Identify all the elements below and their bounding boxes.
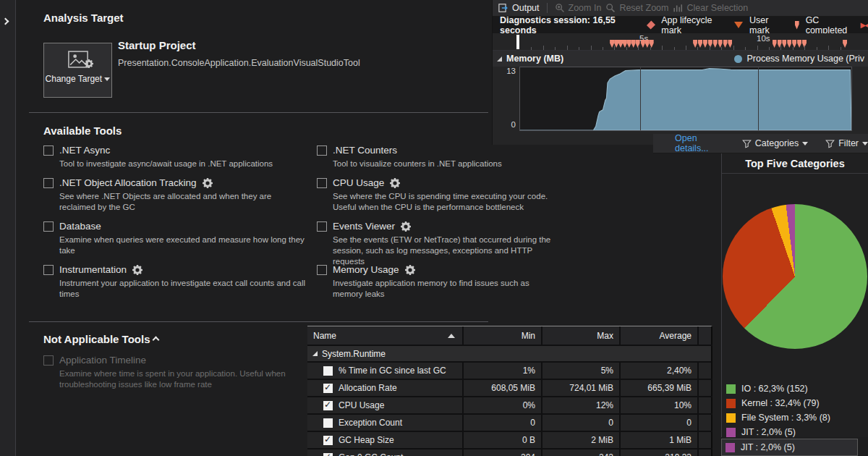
dotnet-counters-checkbox[interactable] (317, 145, 327, 156)
gc-completed-label: GC completed (806, 15, 856, 35)
legend-item-kernel: Kernel : 32,4% (79) (726, 398, 820, 408)
gc-completed-marker (843, 40, 847, 48)
memory-usage-checkbox[interactable] (317, 265, 327, 275)
reset-zoom-button[interactable]: Reset Zoom (605, 3, 668, 13)
sort-ascending-icon (448, 334, 455, 338)
tool-dotnet-counters: .NET Counters Tool to visualize counters… (317, 145, 559, 169)
tool-instrumentation: Instrumentation Instrument your applicat… (43, 264, 308, 300)
app-lifecycle-mark-label: App lifecycle mark (661, 15, 726, 35)
gridline-10s (758, 67, 759, 130)
column-header-min[interactable]: Min (464, 326, 542, 346)
settings-gear-icon[interactable] (390, 178, 400, 188)
timeline-ruler[interactable]: 5s 10s (493, 33, 868, 51)
tool-database: Database Examine when queries were execu… (43, 221, 308, 256)
table-row: Gen 0 GC Count 204 242 219,33 (307, 449, 711, 456)
group-row-system-runtime[interactable]: System.Runtime (307, 346, 711, 363)
instrumentation-checkbox[interactable] (43, 265, 54, 275)
jit-swatch (726, 428, 736, 437)
tool-dotnet-async: .NET Async Tool to investigate async/awa… (43, 145, 308, 169)
object-allocation-checkbox[interactable] (43, 178, 54, 188)
user-mark-label: User mark (749, 15, 786, 35)
settings-gear-icon[interactable] (401, 221, 411, 232)
section-divider (29, 321, 488, 322)
column-header-max[interactable]: Max (542, 326, 621, 346)
output-button[interactable]: Output (498, 3, 540, 13)
top-five-categories-panel: Top Five Categories IO : 62,3% (152) Ker… (721, 153, 868, 437)
memory-area-series (520, 67, 851, 130)
change-target-label: Change Target (44, 74, 111, 84)
not-applicable-heading[interactable]: Not Applicable Tools (43, 333, 158, 345)
gc-completed-marker (698, 40, 702, 48)
settings-gear-icon[interactable] (405, 265, 415, 275)
funnel-icon (825, 139, 835, 148)
ruler-tick-10s: 10s (757, 34, 770, 43)
change-target-button[interactable]: Change Target (43, 43, 112, 98)
row-checkbox[interactable] (323, 418, 333, 428)
table-header-row: Name Min Max Average (307, 326, 711, 346)
clear-selection-button[interactable]: Clear Selection (673, 3, 748, 13)
tool-application-timeline: Application Timeline Examine where time … (43, 355, 297, 390)
table-row: Exception Count 0 0 0 (307, 415, 711, 432)
zoom-in-button[interactable]: Zoom In (555, 3, 602, 13)
chevron-down-icon (104, 77, 110, 81)
output-icon (498, 3, 509, 13)
dotnet-async-checkbox[interactable] (43, 145, 54, 156)
chevron-down-icon (862, 142, 868, 145)
gc-completed-icon (795, 21, 799, 30)
gc-completed-marker (797, 40, 801, 48)
jit-swatch (726, 443, 735, 452)
session-duration: Diagnostics session: 16,55 seconds (500, 15, 635, 35)
expanded-triangle-icon[interactable] (312, 351, 318, 356)
expanded-triangle-icon[interactable] (497, 56, 502, 62)
categories-pie-chart (723, 204, 867, 349)
session-start-marker (516, 35, 519, 49)
memory-lane-title: Memory (MB) (506, 54, 563, 64)
settings-gear-icon[interactable] (203, 178, 213, 188)
events-viewer-checkbox[interactable] (317, 221, 327, 232)
row-checkbox[interactable] (323, 453, 333, 456)
memory-lane-header[interactable]: Memory (MB) Process Memory Usage (Priv (493, 51, 868, 67)
series-legend-label: Process Memory Usage (Priv (746, 54, 864, 64)
section-divider (29, 112, 488, 113)
expand-panel-icon[interactable] (2, 18, 9, 25)
kernel-swatch (726, 399, 736, 408)
cpu-usage-checkbox[interactable] (317, 178, 327, 188)
y-axis-max-label: 13 (494, 67, 516, 75)
filter-dropdown[interactable]: Filter (825, 138, 868, 148)
categories-dropdown[interactable]: Categories (742, 138, 808, 148)
app-lifecycle-mark-icon (647, 21, 655, 30)
memory-usage-chart[interactable] (519, 67, 852, 131)
series-legend-dot (734, 55, 742, 63)
y-axis-min-label: 0 (494, 120, 516, 129)
collapse-section-icon[interactable] (152, 337, 159, 344)
database-checkbox[interactable] (43, 221, 54, 232)
row-checkbox[interactable] (323, 401, 333, 410)
categories-toolbar: Open details... Categories Filter (653, 134, 868, 153)
tool-events-viewer: Events Viewer See the events (ETW or Net… (317, 221, 559, 267)
tool-cpu-usage: CPU Usage See where the CPU is spending … (317, 177, 559, 213)
table-row: Allocation Rate 608,05 MiB 724,01 MiB 66… (307, 380, 711, 397)
toolbar-separator (547, 3, 548, 13)
file-system-swatch (726, 413, 736, 423)
settings-gear-icon[interactable] (132, 265, 142, 275)
table-row: GC Heap Size 0 B 2 MiB 1 MiB (307, 432, 711, 449)
gc-completed-marker (693, 40, 697, 48)
gc-completed-marker (645, 40, 650, 48)
column-header-name[interactable]: Name (307, 326, 464, 346)
gc-completed-marker (631, 40, 636, 48)
column-header-average[interactable]: Average (621, 326, 699, 346)
gc-completed-marker (703, 40, 707, 48)
row-checkbox[interactable] (323, 436, 333, 445)
legend-item-file-system: File System : 3,3% (8) (726, 413, 830, 423)
magnifier-icon (605, 3, 616, 13)
gc-completed-marker (782, 40, 786, 48)
tool-memory-usage: Memory Usage Investigate application mem… (317, 264, 559, 300)
diagnostics-swimlane-panel: Output Zoom In Reset Zoom Clear Selectio… (492, 0, 868, 145)
counters-table: Name Min Max Average System.Runtime % Ti… (307, 326, 712, 456)
target-detail: Presentation.ConsoleApplication.Evaluati… (118, 58, 360, 68)
open-details-link[interactable]: Open details... (675, 133, 726, 153)
row-checkbox[interactable] (323, 384, 333, 393)
row-checkbox[interactable] (323, 366, 333, 376)
chart-bars-icon (673, 3, 683, 13)
legend-item-jit: JIT : 2,0% (5) (726, 427, 796, 437)
